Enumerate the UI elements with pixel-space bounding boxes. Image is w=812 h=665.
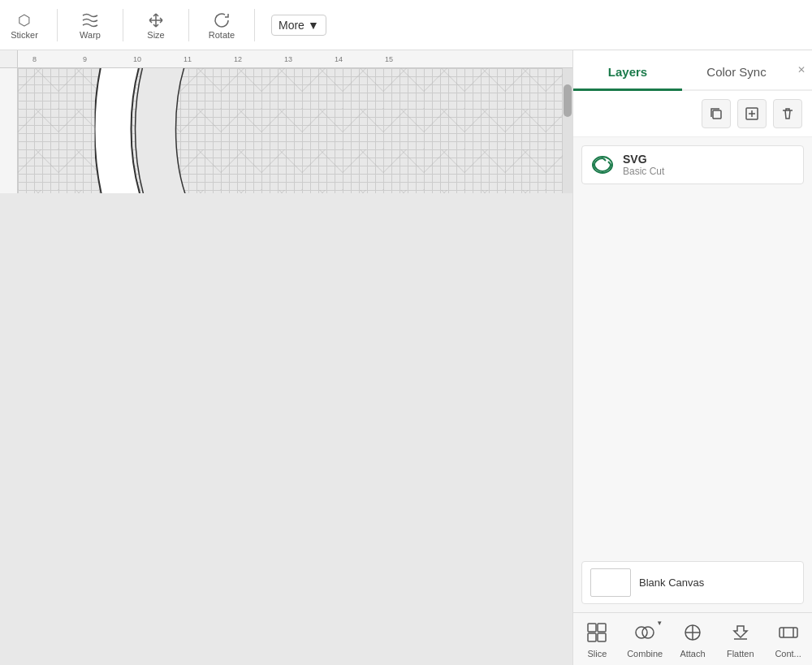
delete-layer-button[interactable] <box>773 99 802 128</box>
bottom-tools: Slice ▼ Combine <box>573 620 812 659</box>
combine-label: Combine <box>627 649 663 659</box>
layers-content: SVG Basic Cut <box>573 137 812 561</box>
ruler-row: 8 9 10 11 12 13 14 15 <box>0 50 572 68</box>
duplicate-layer-button[interactable] <box>702 99 731 128</box>
ruler-vertical <box>0 68 18 193</box>
layer-info: SVG Basic Cut <box>623 153 795 177</box>
attach-label: Attach <box>680 649 705 659</box>
letter-c-container[interactable] <box>94 68 460 193</box>
svg-rect-12 <box>588 633 596 641</box>
warp-label: Warp <box>80 30 101 40</box>
svg-text:15: 15 <box>385 55 393 63</box>
svg-rect-13 <box>598 633 606 641</box>
blank-canvas-thumbnail <box>590 568 631 597</box>
more-dropdown-icon: ▼ <box>308 19 319 32</box>
rotate-icon <box>212 11 231 30</box>
add-layer-button[interactable] <box>737 99 767 128</box>
combine-tool[interactable]: ▼ Combine <box>623 620 667 659</box>
cont-icon <box>775 620 801 646</box>
combine-icon: ▼ <box>632 620 658 646</box>
attach-tool[interactable]: Attach <box>670 620 715 659</box>
flatten-label: Flatten <box>727 649 754 659</box>
panel-bottom: Slice ▼ Combine <box>573 612 812 665</box>
panel-actions <box>573 91 812 137</box>
svg-text:11: 11 <box>184 55 192 63</box>
layer-name: SVG <box>623 153 795 166</box>
warp-tool[interactable]: Warp <box>74 11 106 40</box>
svg-text:12: 12 <box>234 55 242 63</box>
rotate-label: Rotate <box>209 30 235 40</box>
layer-type: Basic Cut <box>623 166 795 177</box>
svg-text:8: 8 <box>32 55 37 63</box>
combine-dropdown-arrow: ▼ <box>656 620 663 627</box>
panel-close-button[interactable]: ✕ <box>791 64 812 76</box>
sticker-icon: ⬡ <box>15 11 34 30</box>
right-panel: Layers Color Sync ✕ <box>572 50 812 665</box>
attach-icon <box>680 620 706 646</box>
svg-rect-8 <box>713 110 721 119</box>
rotate-tool[interactable]: Rotate <box>205 11 238 40</box>
svg-text:10: 10 <box>133 55 141 63</box>
tab-color-sync[interactable]: Color Sync <box>682 55 791 91</box>
svg-text:13: 13 <box>284 55 292 63</box>
svg-text:9: 9 <box>83 55 87 63</box>
tab-layers[interactable]: Layers <box>573 55 682 91</box>
svg-rect-10 <box>588 624 596 632</box>
flatten-tool[interactable]: Flatten <box>718 620 762 659</box>
svg-point-14 <box>636 627 647 638</box>
ruler-horizontal: 8 9 10 11 12 13 14 15 <box>18 50 572 68</box>
canvas-area: 8 9 10 11 12 13 14 15 <box>0 50 572 665</box>
slice-tool[interactable]: Slice <box>575 620 620 659</box>
layer-svg-icon <box>590 153 615 177</box>
separator-1 <box>57 9 58 41</box>
scrollbar-thumb[interactable] <box>564 84 572 117</box>
grid-canvas[interactable] <box>18 68 572 193</box>
svg-point-15 <box>642 627 654 638</box>
separator-2 <box>123 9 123 41</box>
cont-tool[interactable]: Cont... <box>766 620 810 659</box>
size-icon <box>146 11 166 30</box>
slice-label: Slice <box>587 649 607 659</box>
slice-icon <box>584 620 610 646</box>
svg-rect-18 <box>780 628 797 637</box>
canvas-with-rulers: 8 9 10 11 12 13 14 15 <box>0 50 572 193</box>
ruler-corner <box>0 50 18 68</box>
panel-tabs: Layers Color Sync ✕ <box>573 50 812 91</box>
canvas-inner <box>0 68 572 193</box>
more-button[interactable]: More ▼ <box>271 15 326 36</box>
blank-canvas-label: Blank Canvas <box>639 576 704 589</box>
top-toolbar: ⬡ Sticker Warp Size Ro <box>0 0 812 50</box>
size-tool[interactable]: Size <box>140 11 172 40</box>
blank-canvas-item[interactable]: Blank Canvas <box>581 561 804 604</box>
layer-item-svg[interactable]: SVG Basic Cut <box>581 145 804 184</box>
tab-color-sync-label: Color Sync <box>706 65 766 79</box>
size-label: Size <box>147 30 164 40</box>
more-label: More <box>279 19 304 32</box>
flatten-icon <box>728 620 754 646</box>
scrollbar-track[interactable] <box>563 68 572 193</box>
tab-layers-label: Layers <box>608 65 647 79</box>
svg-text:14: 14 <box>335 55 343 63</box>
separator-3 <box>188 9 189 41</box>
sticker-tool[interactable]: ⬡ Sticker <box>8 11 41 40</box>
svg-rect-11 <box>598 624 606 632</box>
sticker-label: Sticker <box>11 30 38 40</box>
cont-label: Cont... <box>775 649 801 659</box>
warp-icon <box>80 11 100 30</box>
separator-4 <box>254 9 255 41</box>
main-area: 8 9 10 11 12 13 14 15 <box>0 50 812 665</box>
